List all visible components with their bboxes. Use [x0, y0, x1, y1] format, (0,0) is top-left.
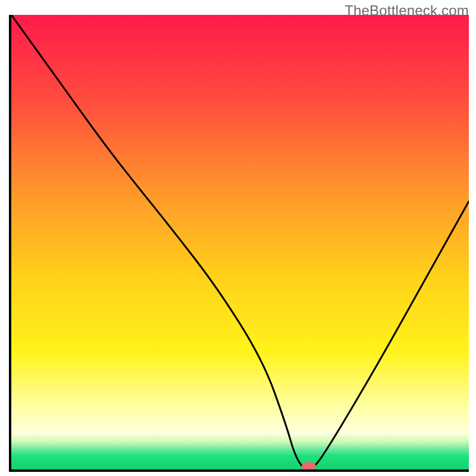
plot-frame — [9, 15, 469, 472]
bottleneck-curve — [11, 15, 469, 469]
watermark-text: TheBottleneck.com — [345, 2, 469, 19]
optimal-marker — [302, 462, 316, 471]
chart-container: TheBottleneck.com — [0, 0, 476, 476]
